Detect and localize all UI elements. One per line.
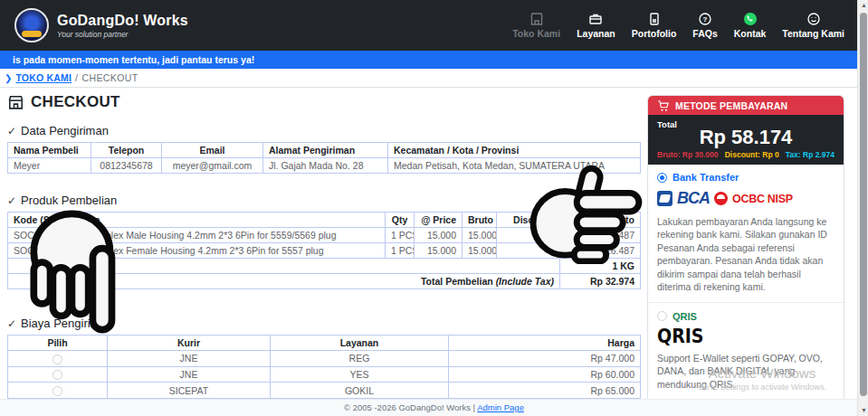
cell-pilih — [8, 351, 108, 367]
nav-item-faqs[interactable]: ? FAQs — [692, 12, 717, 39]
brand[interactable]: GoDangDo! Works Your solution partner — [14, 8, 188, 43]
cell-kurir: SICEPAT — [108, 383, 271, 399]
store-icon — [529, 12, 544, 26]
qris-label: QRIS — [672, 311, 697, 322]
check-icon: ✓ — [7, 125, 16, 137]
breadcrumb-separator: / — [75, 72, 78, 83]
cart-icon — [657, 99, 670, 112]
cell-pilih — [8, 366, 108, 383]
cell-layanan: YES — [271, 366, 449, 383]
total-note: (Include Tax) — [496, 276, 554, 287]
cell-nama: 5569 Molex Male Housing 4.2mm 2*3 6Pin f… — [69, 228, 386, 243]
col-kecamatan: Kecamatan / Kota / Provinsi — [388, 143, 641, 158]
bruto-value: Bruto: Rp 30.000 — [657, 150, 719, 159]
col-nama-pembeli: Nama Pembeli — [8, 143, 91, 158]
question-icon: ? — [698, 12, 712, 26]
cell-bruto: 15.000 — [463, 243, 497, 259]
ocbc-logo-icon — [714, 192, 728, 205]
payment-header-text: METODE PEMBAYARAN — [675, 100, 787, 111]
col-price: @ Price — [415, 213, 463, 228]
table-row: SOC00002 5569 Molex Male Housing 4.2mm 2… — [8, 228, 641, 243]
scroll-up-arrow[interactable]: ▲ — [861, 2, 867, 8]
col-kurir: Kurir — [108, 336, 271, 351]
smiley-icon — [806, 12, 821, 26]
cell-netto: 16.487 — [560, 228, 641, 243]
table-row: SOC00003 5557 Molex Female Housing 4.2mm… — [8, 243, 641, 259]
shipping-option-row: SICEPAT GOKIL Rp 65.000 — [8, 383, 641, 399]
bank-transfer-radio[interactable] — [657, 173, 667, 183]
col-discount: Discount — [497, 213, 560, 228]
activate-windows-watermark: Activate Windows Go to Settings to activ… — [681, 365, 844, 392]
cell-total-label: Total Pembelian (Include Tax) — [8, 274, 560, 289]
col-email: Email — [162, 143, 263, 158]
cell-nama: 5557 Molex Female Housing 4.2mm 2*3 6Pin… — [69, 243, 386, 259]
brand-tagline: Your solution partner — [57, 30, 188, 39]
qris-radio[interactable] — [657, 311, 667, 321]
section-title: Biaya Pengiriman — [21, 317, 113, 330]
shipping-option-radio[interactable] — [52, 355, 62, 364]
scrollbar-thumb[interactable] — [860, 13, 867, 396]
nav-item-tentang-kami[interactable]: Tentang Kami — [782, 12, 844, 39]
cell-kecamatan: Medan Petisah, Kota Medan, SUMATERA UTAR… — [388, 158, 641, 174]
document-icon — [647, 12, 662, 26]
page-footer: © 2005 -2026 GoDangDo! Works | Admin Pag… — [0, 399, 868, 416]
breadcrumb: ❯ TOKO KAMI / CHECKOUT — [0, 69, 857, 88]
cell-sku: SOC00003 — [8, 243, 69, 259]
payment-total-block: Total Rp 58.174 Bruto: Rp 30.000 Discoun… — [648, 115, 844, 165]
bank-transfer-option[interactable]: Bank Transfer — [657, 172, 835, 183]
shipping-option-radio[interactable] — [52, 386, 62, 396]
app-header: GoDangDo! Works Your solution partner To… — [0, 0, 857, 51]
cell-layanan: REG — [271, 351, 449, 367]
discount-value: Discount: Rp 0 — [725, 150, 779, 159]
divider — [648, 302, 844, 303]
whatsapp-icon — [743, 12, 758, 26]
scrollbar[interactable]: ▲ ▼ — [857, 0, 868, 416]
admin-page-link[interactable]: Admin Page — [477, 402, 524, 412]
total-label: Total Pembelian — [421, 276, 496, 287]
shipping-data-table: Nama Pembeli Telepon Email Alamat Pengir… — [7, 142, 641, 174]
shipping-option-row: JNE REG Rp 47.000 — [8, 351, 641, 367]
cell-discount: 0 — [497, 243, 560, 259]
nav-item-portofolio[interactable]: Portofolio — [632, 12, 677, 39]
cell-harga: Rp 65.000 — [449, 383, 641, 399]
cell-price: 15.000 — [415, 228, 463, 243]
section-produk-pembelian: ✓ Produk Pembelian — [7, 194, 640, 207]
section-title: Data Pengiriman — [21, 124, 109, 137]
total-row: Total Pembelian (Include Tax) Rp 32.974 — [8, 274, 641, 289]
cell-qty: 1 PCS — [386, 243, 415, 259]
nav-item-layanan[interactable]: Layanan — [577, 12, 615, 39]
shipping-option-radio[interactable] — [52, 370, 62, 380]
nav-label: Tentang Kami — [782, 28, 844, 39]
cell-layanan: GOKIL — [271, 383, 449, 399]
check-icon: ✓ — [7, 317, 16, 330]
payment-card-header: METODE PEMBAYARAN — [648, 96, 844, 115]
cell-pilih — [8, 383, 108, 399]
scroll-down-arrow[interactable]: ▼ — [861, 407, 867, 413]
shipping-option-row: JNE YES Rp 60.000 — [8, 366, 641, 383]
watermark-line2: Go to Settings to activate Windows. — [681, 383, 844, 392]
checkout-content: CHECKOUT ✓ Data Pengiriman Nama Pembeli … — [7, 93, 640, 416]
cell-netto: 16.487 — [560, 243, 641, 259]
col-bruto: Bruto — [463, 213, 497, 228]
nav-item-kontak[interactable]: Kontak — [734, 12, 767, 39]
cell-harga: Rp 47.000 — [449, 351, 641, 367]
brand-logo — [14, 8, 49, 43]
col-alamat: Alamat Pengiriman — [263, 143, 388, 158]
qris-option[interactable]: QRIS — [657, 311, 835, 322]
cell-nama: Meyer — [8, 158, 91, 174]
briefcase-icon — [588, 12, 603, 26]
breadcrumb-link-toko-kami[interactable]: TOKO KAMI — [15, 72, 72, 83]
col-sku: Kode (SKU) — [8, 213, 69, 228]
cell-weight: 1 KG — [560, 259, 641, 274]
breadcrumb-current: CHECKOUT — [81, 72, 138, 83]
nav-item-toko-kami[interactable]: Toko Kami — [512, 12, 560, 39]
cell-kurir: JNE — [108, 366, 271, 383]
cell-empty — [8, 259, 560, 274]
section-data-pengiriman: ✓ Data Pengiriman — [7, 124, 640, 137]
col-harga: Harga — [449, 336, 641, 351]
weight-row: 1 KG — [8, 259, 641, 274]
shop-icon — [7, 94, 24, 111]
announcement-marquee: is pada momen-momen tertentu, jadi panta… — [0, 51, 857, 69]
cell-bruto: 15.000 — [463, 228, 497, 243]
nav-label: Portofolio — [632, 28, 677, 39]
